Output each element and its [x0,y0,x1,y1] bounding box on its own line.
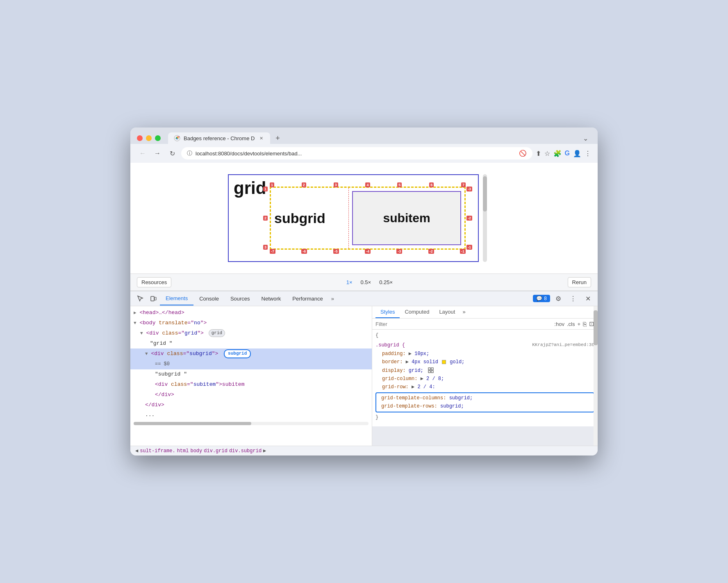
right-numbers: -3 -2 -1 [466,187,472,250]
camera-off-icon[interactable]: 🚫 [519,150,527,157]
tab-bar: Badges reference - Chrome D ✕ + ⌄ [168,132,591,144]
grid-visualization: grid subgrid subitem 1 [225,171,503,265]
tab-sources[interactable]: Sources [225,292,256,305]
tab-network[interactable]: Network [256,292,287,305]
elements-line-1: ▶ <head>…</head> [130,308,372,318]
elements-line-dollar: == $0 [130,359,372,369]
elements-panel: ▶ <head>…</head> ▼ <body translate="no">… [130,306,372,446]
lock-icon: ⓘ [187,150,192,157]
tab-more-button[interactable]: ⌄ [580,132,591,144]
bookmark-button[interactable]: ☆ [544,150,550,157]
styles-scrollbar[interactable] [594,306,598,446]
device-icon [150,295,157,302]
expand-border[interactable]: ▶ [406,359,412,365]
page-scrollbar[interactable] [483,174,487,262]
expand-grid-col[interactable]: ▶ [421,376,426,382]
maximize-button[interactable] [155,135,161,141]
url-text: localhost:8080/docs/devtools/elements/ba… [196,150,302,157]
elements-line-7: <div class="subitem">subitem [130,380,372,390]
more-options-button[interactable]: ⋮ [566,292,580,305]
profile-button[interactable]: 👤 [573,150,581,157]
browser-window: Badges reference - Chrome D ✕ + ⌄ ← → ↻ … [130,128,598,455]
grid-icon[interactable] [428,367,434,373]
breadcrumb-prev-button[interactable]: ◀ [135,448,138,454]
filter-input[interactable] [375,321,551,327]
url-bar[interactable]: ⓘ localhost:8080/docs/devtools/elements/… [181,147,532,159]
breadcrumb-divgrid[interactable]: div.grid [204,448,228,454]
svg-rect-4 [428,368,430,370]
rerun-button[interactable]: Rerun [568,277,591,287]
styles-scrollbar-thumb [594,310,598,345]
inspect-element-button[interactable] [134,291,147,306]
copy-styles-button[interactable]: ⎘ [583,321,587,328]
color-swatch-gold[interactable] [442,360,446,364]
num-neg3: -3 [396,249,402,254]
extensions-button[interactable]: 🧩 [553,150,562,157]
expand-padding[interactable]: ▶ [409,351,414,357]
zoom-025x-button[interactable]: 0.25× [377,278,395,286]
subitem-box: subitem [352,191,461,245]
devtools-panel: Elements Console Sources Network Perform… [130,291,598,455]
more-style-tabs[interactable]: » [460,306,468,318]
subitem-label: subitem [383,211,430,225]
cls-filter[interactable]: .cls [567,321,575,327]
issues-badge[interactable]: 💬 8 [533,295,550,302]
tab-title: Badges reference - Chrome D [184,135,255,141]
elements-line-10: ... [130,410,372,420]
filter-actions: :hov .cls + ⎘ ⊡ [554,320,594,328]
bottom-numbers: -7 -6 -5 -4 -3 -2 -1 [270,249,466,254]
svg-rect-5 [431,368,433,370]
traffic-lights [137,135,161,141]
left-numbers: 1 2 3 [263,187,268,250]
subgrid-badge: subgrid [224,349,251,358]
tab-styles[interactable]: Styles [375,306,400,318]
elements-line-2: ▼ <body translate="no"> [130,318,372,328]
tab-performance[interactable]: Performance [287,292,328,305]
num-neg7: -7 [270,249,275,254]
minimize-button[interactable] [146,135,152,141]
devtools-actions: 💬 8 ⚙ ⋮ ✕ [533,292,594,305]
css-subgrid-block: .subgrid { KKrajpZ?ani…pe=embed:39 paddi… [375,341,594,421]
active-tab[interactable]: Badges reference - Chrome D ✕ [168,132,270,144]
zoom-05x-button[interactable]: 0.5× [358,278,373,286]
tab-computed[interactable]: Computed [400,306,434,318]
back-button[interactable]: ← [137,148,148,159]
num-neg4: -4 [365,249,371,254]
device-toolbar-button[interactable] [147,291,160,306]
breadcrumb-body[interactable]: body [190,448,202,454]
elements-line-9: </div> [130,400,372,410]
elements-line-8: </div> [130,390,372,400]
add-style-button[interactable]: + [577,321,580,327]
more-tabs-button[interactable]: » [329,292,337,305]
expand-grid-row[interactable]: ▶ [412,384,417,390]
tab-layout[interactable]: Layout [434,306,460,318]
reload-button[interactable]: ↻ [166,148,178,159]
breadcrumb-divsubgrid[interactable]: div.subgrid [229,448,262,454]
breadcrumb-next-button[interactable]: ▶ [263,448,266,454]
svg-rect-3 [155,297,156,300]
css-grid-column: grid-column: ▶ 2 / 8; [375,375,594,383]
tab-close-button[interactable]: ✕ [258,135,264,141]
page-content: grid subgrid subitem 1 [130,163,598,273]
tab-console[interactable]: Console [193,292,225,305]
menu-button[interactable]: ⋮ [585,150,591,157]
elements-line-5[interactable]: ▼ <div class="subgrid"> subgrid [130,348,372,359]
settings-button[interactable]: ⚙ [552,292,565,305]
resources-button[interactable]: Resources [137,277,171,287]
styles-panel: Styles Computed Layout » :hov .cls + ⎘ [372,306,598,426]
new-tab-button[interactable]: + [272,132,283,144]
forward-button[interactable]: → [152,148,163,159]
breadcrumb-iframe[interactable]: sult-iframe. [140,448,175,454]
close-button[interactable] [137,135,143,141]
breadcrumb-html[interactable]: html [177,448,189,454]
share-button[interactable]: ⬆ [536,150,541,157]
css-padding: padding: ▶ 10px; [375,350,594,358]
elements-scrollbar[interactable] [134,422,369,425]
zoom-1x-button[interactable]: 1× [344,278,355,286]
hov-filter[interactable]: :hov [554,321,564,327]
google-g-button[interactable]: G [565,150,570,157]
close-devtools-button[interactable]: ✕ [581,292,594,305]
num-7: 7 [461,182,466,187]
tab-elements[interactable]: Elements [160,292,193,305]
breadcrumb: ◀ sult-iframe. html body div.grid div.su… [130,446,598,455]
